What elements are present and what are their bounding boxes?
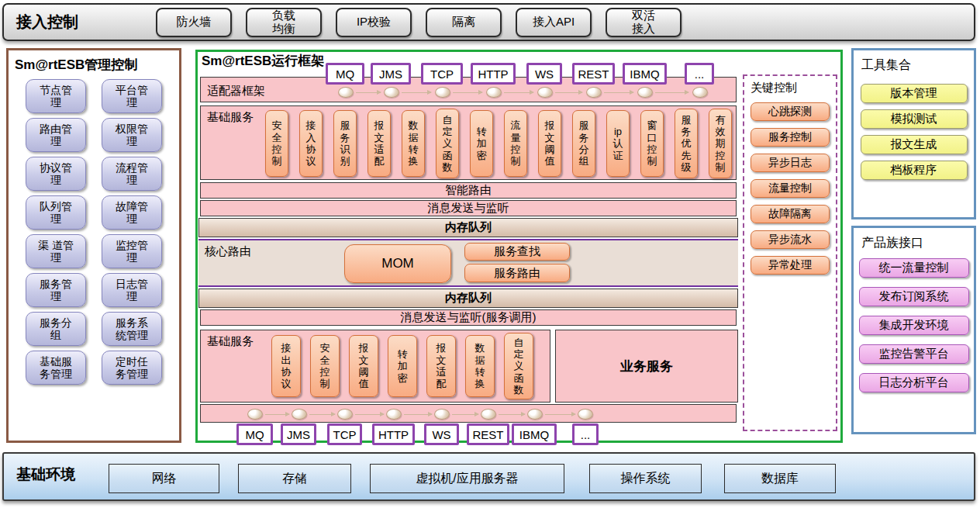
node-out-protocol: 接出协议 (271, 335, 301, 397)
node-access-protocol: 接入协议 (299, 110, 323, 177)
connector-dot-icon (384, 87, 399, 98)
product-family-panel: 产品族接口 统一流量控制 发布订阅系统 集成开发环境 监控告警平台 日志分析平台 (851, 226, 976, 434)
connector-dot-icon (292, 409, 307, 420)
node-protocol-mgmt: 协议管理 (26, 157, 86, 191)
node-service-group: 服务分组 (572, 110, 595, 177)
core-routing-section: 核心路由 MOM 服务查找 服务路由 (198, 239, 738, 287)
node-mom: MOM (344, 244, 451, 283)
protocol-bottom-ibmq: IBMQ (512, 423, 557, 445)
node-monitor-mgmt: 监控管理 (102, 234, 162, 268)
node-base-service-mgmt: 基础服务管理 (26, 351, 86, 385)
node-log-mgmt: 日志管理 (102, 273, 162, 307)
protocol-top-more: ... (685, 63, 714, 85)
base-services-top-label: 基础服务 (207, 110, 254, 125)
base-environment-title: 基础环境 (16, 465, 75, 485)
node-ip-check: IP校验 (336, 8, 412, 37)
connector-dot-icon (338, 87, 354, 98)
protocol-bottom-tcp: TCP (327, 423, 362, 445)
node-pub-sub-system: 发布订阅系统 (859, 287, 969, 306)
protocol-bottom-http: HTTP (372, 423, 415, 445)
node-integrated-dev-env: 集成开发环境 (859, 316, 969, 335)
adapter-framework-label: 适配器框架 (207, 84, 265, 98)
esb-architecture-diagram: 接入控制 防火墙 负载 均衡 IP校验 隔离 接入API 双活 接入 Sm@rt… (0, 0, 980, 508)
node-monitor-alert-platform: 监控告警平台 (859, 344, 969, 364)
node-async-log: 异步日志 (751, 154, 830, 172)
memory-queue-bar-2: 内存队列 (198, 289, 738, 308)
node-security-control: 安全控制 (265, 110, 288, 177)
node-encrypt: 转加密 (388, 335, 417, 397)
node-flow-control: 流量控制 (751, 179, 830, 198)
flow-arrow-icon (355, 414, 384, 415)
base-services-top-section: 基础服务 安全控制 接入协议 服务识别 报文适配 数据转换 自定义函数 转加密 … (200, 105, 737, 180)
node-vm-app-server: 虚拟机/应用服务器 (370, 464, 564, 493)
connector-dot-icon (434, 409, 450, 420)
protocol-bottom-ws: WS (424, 423, 459, 445)
node-firewall: 防火墙 (156, 8, 232, 37)
flow-arrow-icon (504, 92, 533, 93)
connector-dot-icon (537, 87, 553, 98)
flow-arrow-icon (555, 92, 582, 93)
node-exception-handle: 异常处理 (751, 256, 830, 275)
node-access-api: 接入API (516, 8, 592, 37)
product-family-items: 统一流量控制 发布订阅系统 集成开发环境 监控告警平台 日志分析平台 (854, 258, 974, 392)
connector-dot-icon (481, 409, 496, 420)
memory-queue-bar-1: 内存队列 (198, 218, 738, 237)
protocol-top-mq: MQ (326, 63, 364, 85)
node-service-control: 服务控制 (751, 128, 830, 147)
node-service-priority: 服务优先级 (675, 109, 698, 178)
flow-arrow-icon (604, 92, 633, 93)
protocol-top-jms: JMS (371, 63, 411, 85)
flow-arrow-icon (404, 414, 432, 415)
node-log-analysis-platform: 日志分析平台 (859, 373, 969, 392)
base-services-bottom-label: 基础服务 (207, 334, 254, 349)
management-control-panel: Sm@rtESB管理控制 节点管理 平台管理 路由管理 权限管理 协议管理 流程… (6, 48, 181, 443)
node-business-service: 业务服务 (555, 330, 738, 403)
node-queue-mgmt: 队列管理 (26, 195, 86, 230)
node-process-mgmt: 流程管理 (102, 157, 162, 191)
base-services-bottom-section: 基础服务 接出协议 安全控制 报文阈值 转加密 报文适配 数据转换 自定义函数 (200, 330, 550, 403)
smart-routing-bar: 智能路由 (200, 182, 737, 199)
flow-arrow-icon (309, 414, 335, 415)
node-custom-function: 自定义函数 (504, 333, 533, 399)
flow-arrow-icon (545, 414, 575, 415)
connector-dot-icon (527, 409, 543, 420)
message-send-listen-label: 消息发送与监听 (201, 201, 736, 216)
flow-arrow-icon (655, 92, 688, 93)
node-service-group: 服务分组 (26, 312, 86, 346)
protocol-top-ibmq: IBMQ (623, 63, 667, 85)
flow-arrow-icon (356, 92, 381, 93)
access-control-title: 接入控制 (16, 12, 156, 33)
node-load-balance: 负载 均衡 (246, 8, 322, 37)
node-security-control: 安全控制 (310, 335, 340, 397)
node-message-threshold: 报文阈值 (349, 335, 378, 397)
node-flow-control: 流量控制 (504, 110, 527, 177)
message-send-listen-service-call-bar: 消息发送与监听(服务调用) (200, 309, 737, 326)
node-timer-task-mgmt: 定时任务管理 (102, 351, 162, 385)
node-route-mgmt: 路由管理 (26, 118, 86, 152)
node-message-threshold: 报文阈值 (538, 110, 561, 177)
runtime-framework-title: Sm@rtESB运行框架 (202, 52, 324, 70)
protocol-top-ws: WS (526, 63, 562, 85)
flow-arrow-icon (499, 414, 525, 415)
node-version-mgmt: 版本管理 (861, 84, 968, 103)
node-message-generate: 报文生成 (861, 135, 968, 154)
base-environment-bar: 基础环境 网络 存储 虚拟机/应用服务器 操作系统 数据库 (2, 452, 975, 501)
node-storage: 存储 (238, 464, 351, 493)
node-fault-mgmt: 故障管理 (102, 195, 162, 230)
node-message-adapt: 报文适配 (426, 335, 456, 397)
node-service-system-mgmt: 服务系统管理 (102, 312, 162, 346)
node-window-control: 窗口控制 (640, 110, 664, 177)
node-heartbeat-detect: 心跳探测 (751, 102, 830, 121)
protocol-bottom-jms: JMS (281, 423, 316, 445)
node-platform-mgmt: 平台管理 (102, 79, 162, 113)
node-network: 网络 (109, 464, 219, 493)
management-control-title: Sm@rtESB管理控制 (15, 56, 179, 74)
protocol-top-http: HTTP (471, 63, 516, 85)
tools-title: 工具集合 (861, 57, 974, 74)
connector-dot-icon (435, 87, 450, 98)
core-routing-label: 核心路由 (205, 244, 251, 259)
node-stub-program: 档板程序 (861, 161, 968, 180)
node-ip-auth: ip认证 (606, 110, 630, 177)
node-permission-mgmt: 权限管理 (102, 118, 162, 152)
connector-dot-icon (486, 87, 502, 98)
